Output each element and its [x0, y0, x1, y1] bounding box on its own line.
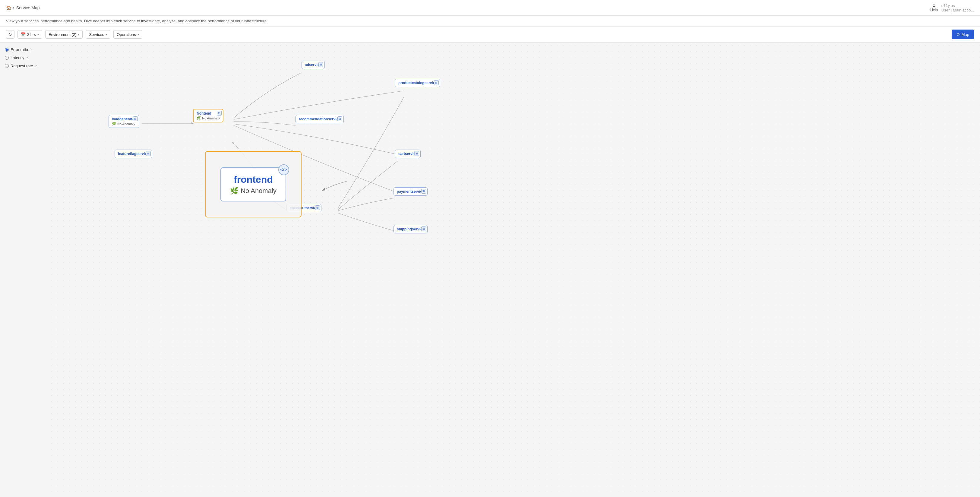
frontend-small-status: 🌿 No Anomaly — [197, 116, 220, 120]
node-icon: ⊞ — [337, 116, 342, 121]
frontend-large-node[interactable]: </> frontend 🌿 No Anomaly — [205, 151, 302, 217]
map-icon: ⊙ — [956, 32, 960, 37]
header-left: 🏠 › Service Map — [6, 5, 40, 10]
no-anomaly-icon: 🌿 — [112, 122, 116, 126]
node-icon: ⊞ — [421, 226, 426, 231]
code-icon: </> — [278, 164, 289, 175]
description-text: View your services' performance and heal… — [6, 19, 268, 23]
main-area: Error ratio ? Latency ? Request rate ? — [0, 43, 980, 497]
frontend-large-status: 🌿 No Anomaly — [230, 187, 277, 195]
no-anomaly-icon: 🌿 — [230, 187, 238, 195]
services-dropdown[interactable]: Services ▾ — [86, 30, 110, 38]
frontend-small-name: frontend — [197, 111, 212, 116]
operations-label: Operations — [117, 32, 136, 37]
operations-dropdown[interactable]: Operations ▾ — [113, 30, 142, 38]
header-right: ⚙ Help o11y.us User | Main acco... — [930, 3, 974, 12]
frontend-small-status-text: No Anomaly — [202, 116, 220, 120]
map-label: Map — [962, 32, 969, 37]
node-icon: ⊞ — [315, 205, 320, 210]
featureflagservice-name: featureflagservice — [118, 152, 149, 156]
map-button[interactable]: ⊙ Map — [951, 30, 974, 39]
loadgenerator-node[interactable]: ⊞ loadgenerator 🌿 No Anomaly — [108, 115, 139, 128]
request-rate-label: Request rate — [11, 64, 33, 68]
loadgenerator-status: 🌿 No Anomaly — [112, 122, 135, 126]
latency-radio[interactable] — [5, 56, 9, 60]
error-ratio-label: Error ratio — [11, 47, 28, 52]
frontend-large-status-text: No Anomaly — [241, 187, 277, 195]
recommendationservice-name: recommendationservice — [299, 117, 340, 121]
node-icon: ⊞ — [414, 151, 419, 156]
refresh-button[interactable]: ↻ — [6, 30, 14, 38]
time-range-label: 2 hrs — [27, 32, 36, 37]
shippingservice-node[interactable]: ⊞ shippingservice — [393, 225, 428, 233]
paymentservice-node[interactable]: ⊞ paymentservice — [393, 187, 428, 196]
request-rate-option[interactable]: Request rate ? — [5, 64, 43, 68]
toolbar: ↻ 📅 2 hrs ▾ Environment (2) ▾ Services ▾… — [0, 27, 980, 43]
chevron-down-icon: ▾ — [137, 33, 139, 36]
recommendationservice-node[interactable]: ⊞ recommendationservice — [296, 115, 344, 123]
metric-selector: Error ratio ? Latency ? Request rate ? — [5, 47, 43, 68]
frontend-large-inner: </> frontend 🌿 No Anomaly — [220, 167, 286, 201]
featureflagservice-node[interactable]: ⊞ featureflagservice — [115, 150, 152, 158]
help-icon: ? — [26, 56, 28, 60]
connections-svg — [48, 43, 980, 497]
help-button[interactable]: ⚙ Help — [930, 4, 938, 12]
chevron-down-icon: ▾ — [37, 33, 39, 36]
loadgenerator-name: loadgenerator — [112, 117, 136, 121]
node-icon: ⊞ — [146, 151, 151, 156]
user-info: o11y.us User | Main acco... — [942, 3, 974, 12]
shippingservice-name: shippingservice — [397, 227, 424, 231]
subheader: View your services' performance and heal… — [0, 16, 980, 27]
chevron-down-icon: ▾ — [105, 33, 107, 36]
help-icon: ? — [35, 64, 37, 68]
latency-option[interactable]: Latency ? — [5, 56, 43, 60]
environment-label: Environment (2) — [49, 32, 76, 37]
user-label: User — [942, 8, 950, 12]
adservice-node[interactable]: ⊞ adservice — [302, 61, 325, 69]
paymentservice-name: paymentservice — [397, 190, 424, 194]
productcatalogservice-name: productcatalogservice — [398, 81, 437, 85]
help-icon: ⚙ — [932, 4, 935, 8]
breadcrumb: 🏠 › Service Map — [6, 5, 40, 10]
left-panel: Error ratio ? Latency ? Request rate ? — [0, 43, 48, 497]
error-ratio-option[interactable]: Error ratio ? — [5, 47, 43, 52]
error-ratio-radio[interactable] — [5, 48, 9, 52]
request-rate-radio[interactable] — [5, 64, 9, 68]
no-anomaly-icon: 🌿 — [197, 116, 201, 120]
node-icon: ⊞ — [318, 62, 323, 67]
home-link[interactable]: 🏠 — [6, 5, 11, 10]
instance-label: o11y.us — [942, 3, 955, 8]
services-label: Services — [89, 32, 104, 37]
page-title: Service Map — [16, 5, 40, 10]
node-icon: ⊞ — [217, 111, 222, 116]
loadgenerator-status-text: No Anomaly — [117, 122, 135, 126]
cartservice-node[interactable]: ⊞ cartservice — [395, 150, 421, 158]
help-icon: ? — [30, 48, 32, 52]
frontend-large-name: frontend — [234, 174, 273, 185]
help-label: Help — [930, 8, 938, 12]
chevron-down-icon: ▾ — [78, 33, 79, 36]
environment-dropdown[interactable]: Environment (2) ▾ — [45, 30, 83, 38]
calendar-icon: 📅 — [21, 32, 25, 37]
breadcrumb-sep: › — [13, 5, 14, 10]
node-icon: ⊞ — [434, 80, 439, 85]
latency-label: Latency — [11, 56, 24, 60]
header: 🏠 › Service Map ⚙ Help o11y.us User | Ma… — [0, 0, 980, 16]
node-icon: ⊞ — [421, 189, 426, 194]
frontend-small-node[interactable]: ⊞ frontend 🌿 No Anomaly — [193, 109, 223, 123]
account-label: Main acco... — [953, 8, 974, 12]
map-canvas: ⊞ adservice ⊞ productcatalogservice ⊞ re… — [48, 43, 980, 497]
node-icon: ⊞ — [133, 116, 138, 121]
time-range-dropdown[interactable]: 📅 2 hrs ▾ — [18, 30, 42, 38]
productcatalogservice-node[interactable]: ⊞ productcatalogservice — [395, 79, 440, 87]
